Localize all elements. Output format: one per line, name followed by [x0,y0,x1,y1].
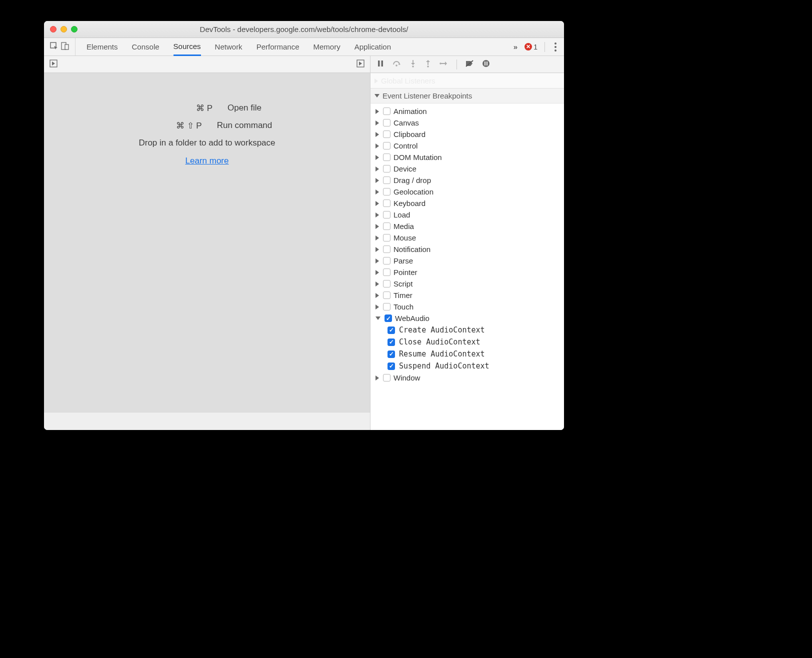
event-category[interactable]: Drag / drop [370,174,564,186]
category-checkbox[interactable] [383,268,390,276]
category-checkbox[interactable] [383,222,390,230]
inspect-element-icon[interactable] [49,41,59,52]
chevron-right-icon [376,166,379,172]
category-checkbox[interactable] [383,142,390,150]
event-subitem[interactable]: Close AudioContext [388,336,564,348]
event-category[interactable]: DOM Mutation [370,152,564,163]
chevron-right-icon [376,120,379,126]
event-category[interactable]: Timer [370,290,564,301]
section-global-listeners[interactable]: Global Listeners [370,73,564,88]
category-checkbox[interactable] [383,108,390,115]
event-category[interactable]: Canvas [370,117,564,128]
step-icon[interactable] [440,60,448,70]
step-out-icon[interactable] [424,60,432,70]
subitem-label: Close AudioContext [399,338,480,346]
tab-sources[interactable]: Sources [174,38,201,56]
category-label: DOM Mutation [394,153,442,162]
tab-performance[interactable]: Performance [256,38,300,56]
event-category[interactable]: Pointer [370,266,564,278]
separator [456,60,457,70]
category-label: Window [394,374,420,382]
category-checkbox[interactable] [384,314,392,322]
event-category[interactable]: Animation [370,106,564,117]
chevron-right-icon [376,178,379,183]
shortcut-runcmd-label: Run command [217,120,272,131]
event-category[interactable]: Window [370,372,564,384]
category-checkbox[interactable] [383,176,390,184]
event-category[interactable]: Media [370,220,564,232]
event-subitem[interactable]: Resume AudioContext [388,348,564,360]
event-category[interactable]: Keyboard [370,198,564,209]
step-into-icon[interactable] [410,60,416,70]
svg-point-7 [396,64,398,66]
category-checkbox[interactable] [383,119,390,126]
category-checkbox[interactable] [383,154,390,161]
subitem-checkbox[interactable] [388,350,395,358]
svg-rect-5 [378,60,380,66]
window-minimize-button[interactable] [60,26,67,32]
category-label: WebAudio [395,314,430,322]
error-badge[interactable]: ✕ 1 [524,43,538,51]
event-category[interactable]: Clipboard [370,128,564,140]
category-label: Drag / drop [394,176,431,184]
content-area: ⌘ P Open file ⌘ ⇧ P Run command Drop in … [44,56,564,430]
category-checkbox[interactable] [383,188,390,196]
chevron-right-icon [376,247,379,252]
category-checkbox[interactable] [383,211,390,218]
subitem-label: Suspend AudioContext [399,362,490,370]
event-category[interactable]: Mouse [370,232,564,244]
tab-network[interactable]: Network [215,38,242,56]
event-category[interactable]: Device [370,163,564,174]
category-checkbox[interactable] [383,165,390,172]
event-category[interactable]: Load [370,209,564,220]
pause-on-exceptions-icon[interactable] [482,60,490,70]
category-checkbox[interactable] [383,234,390,242]
deactivate-breakpoints-icon[interactable] [465,60,474,70]
event-category[interactable]: Geolocation [370,186,564,198]
learn-more-link[interactable]: Learn more [186,156,229,166]
window-maximize-button[interactable] [71,26,78,32]
show-navigator-icon[interactable] [49,59,58,70]
category-checkbox[interactable] [383,130,390,138]
tab-elements[interactable]: Elements [86,38,118,56]
tab-memory[interactable]: Memory [314,38,340,56]
category-label: Canvas [394,118,419,127]
event-category[interactable]: Touch [370,301,564,312]
sidebar-scroll[interactable]: Global Listeners Event Listener Breakpoi… [370,73,564,430]
shortcut-openfile-label: Open file [228,103,262,114]
error-icon: ✕ [524,43,532,50]
window-close-button[interactable] [50,26,56,32]
step-over-icon[interactable] [392,60,402,70]
sources-empty-pane[interactable]: ⌘ P Open file ⌘ ⇧ P Run command Drop in … [44,73,370,412]
event-category[interactable]: WebAudio [370,312,564,324]
category-label: Mouse [394,234,416,242]
event-subitem[interactable]: Suspend AudioContext [388,360,564,372]
event-category[interactable]: Parse [370,255,564,266]
event-category[interactable]: Control [370,140,564,152]
tab-console[interactable]: Console [132,38,160,56]
subitem-checkbox[interactable] [388,362,395,370]
event-category[interactable]: Script [370,278,564,290]
svg-point-11 [427,66,429,68]
titlebar: DevTools - developers.google.com/web/too… [44,21,564,38]
device-toolbar-icon[interactable] [60,41,70,52]
section-event-listener-breakpoints[interactable]: Event Listener Breakpoints [370,88,564,104]
event-category[interactable]: Notification [370,244,564,255]
category-checkbox[interactable] [383,280,390,288]
pause-icon[interactable] [376,60,384,70]
overflow-icon[interactable]: » [514,42,518,51]
show-debugger-icon[interactable] [356,59,365,70]
category-checkbox[interactable] [383,246,390,253]
chevron-right-icon [376,376,379,380]
category-checkbox[interactable] [383,303,390,310]
category-checkbox[interactable] [383,200,390,207]
category-checkbox[interactable] [383,374,390,382]
svg-rect-16 [484,62,486,66]
subitem-checkbox[interactable] [388,338,395,346]
category-checkbox[interactable] [383,257,390,264]
category-checkbox[interactable] [383,292,390,299]
subitem-checkbox[interactable] [388,326,395,334]
event-subitem[interactable]: Create AudioContext [388,324,564,336]
more-menu-icon[interactable] [552,42,557,52]
tab-application[interactable]: Application [354,38,391,56]
